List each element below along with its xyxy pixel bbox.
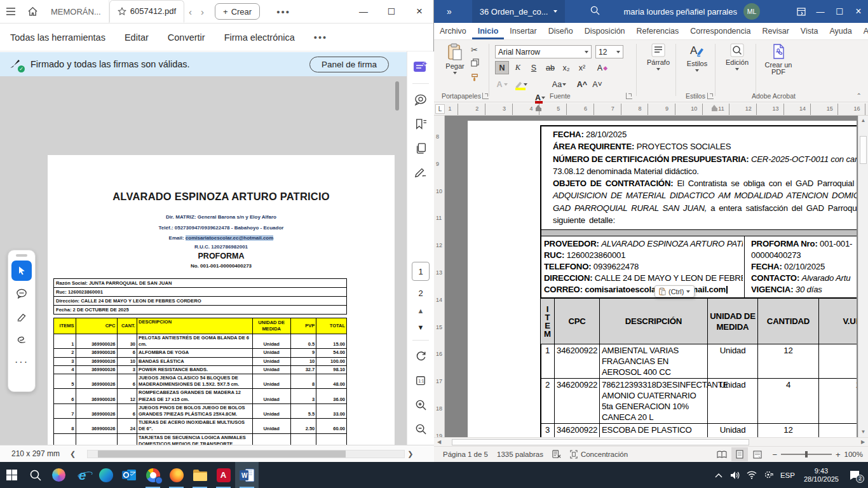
menu-convertir[interactable]: Convertir: [168, 32, 205, 43]
tab-memorandum[interactable]: MEMORÁN...: [43, 0, 109, 23]
hamburger-menu-icon[interactable]: [0, 2, 22, 21]
page-count[interactable]: Página 1 de 5: [443, 451, 488, 458]
menu-overflow-icon[interactable]: •••: [314, 32, 327, 43]
current-page-indicator[interactable]: 1: [412, 262, 430, 281]
drag-handle[interactable]: [16, 254, 27, 257]
menu-firma-electronica[interactable]: Firma electrónica: [224, 32, 295, 43]
create-pdf-button[interactable]: Crear un PDF: [762, 43, 795, 76]
copy-button[interactable]: [471, 58, 479, 69]
draw-tool-button[interactable]: [11, 329, 32, 349]
tab-insertar[interactable]: Insertar: [504, 23, 542, 39]
word-horizontal-scrollbar[interactable]: ◀ ▶: [434, 437, 868, 446]
more-tools-icon[interactable]: ···: [11, 352, 32, 372]
bold-button[interactable]: N: [495, 61, 509, 74]
zoom-out-button[interactable]: −: [772, 450, 777, 459]
tab-referencias[interactable]: Referencias: [631, 23, 685, 39]
chrome-button[interactable]: [141, 462, 165, 488]
zoom-in-icon[interactable]: [411, 395, 430, 414]
ribbon-display-options-icon[interactable]: [792, 0, 811, 23]
clipboard-dialog-launcher-icon[interactable]: [482, 93, 489, 99]
word-maximize-button[interactable]: ☐: [830, 0, 849, 23]
styles-group-button[interactable]: A Estilos: [682, 43, 712, 72]
meet-now-icon[interactable]: [760, 471, 776, 479]
user-name[interactable]: maria lourdes peñafiel parrales: [624, 7, 737, 17]
font-color-button[interactable]: A: [533, 91, 547, 104]
copilot-button[interactable]: [47, 462, 71, 488]
taskbar-search-button[interactable]: [24, 462, 47, 488]
quick-access-overflow-icon[interactable]: »: [447, 6, 452, 17]
paragraph-group-button[interactable]: Párrafo: [644, 43, 673, 71]
more-options-icon[interactable]: •••: [276, 6, 290, 17]
indent-marker[interactable]: [536, 105, 541, 113]
acrobat-maximize-button[interactable]: ☐: [377, 1, 405, 22]
grow-font-button[interactable]: A^: [575, 78, 589, 91]
zoom-out-icon[interactable]: [411, 419, 430, 438]
read-mode-button[interactable]: [714, 447, 730, 461]
clear-formatting-button[interactable]: A◆: [595, 61, 609, 74]
paste-options-button[interactable]: (Ctrl): [654, 285, 695, 297]
outlook-button[interactable]: [118, 462, 141, 488]
tab-next-icon[interactable]: ›: [196, 6, 208, 17]
select-tool-button[interactable]: [11, 261, 32, 281]
collapse-ribbon-icon[interactable]: ⌃: [857, 92, 862, 99]
scroll-right-icon[interactable]: ❯: [405, 450, 416, 458]
page-down-icon[interactable]: ▼: [417, 323, 424, 331]
volume-icon[interactable]: [727, 471, 743, 480]
highlight-color-button[interactable]: [514, 78, 528, 91]
pdf-vertical-scrollbar[interactable]: [395, 81, 399, 111]
search-icon[interactable]: [590, 6, 600, 17]
tab-archivo[interactable]: Archivo: [434, 23, 472, 39]
panel-firma-button[interactable]: Panel de firma: [309, 57, 389, 72]
horizontal-ruler[interactable]: L 12345678910111213141516: [434, 104, 868, 116]
document-title[interactable]: 36 Orden_de_co...: [472, 0, 565, 23]
scroll-right-icon[interactable]: ▶: [858, 439, 868, 445]
word-document-area[interactable]: 891011121314151617181920 FECHA: 28/10/20…: [434, 116, 868, 437]
word-count[interactable]: 1335 palabras: [497, 451, 543, 458]
avatar[interactable]: ML: [743, 3, 760, 20]
scroll-down-icon[interactable]: ▼: [858, 427, 868, 437]
internet-explorer-button[interactable]: e: [71, 462, 94, 488]
clock[interactable]: 9:4328/10/2025: [804, 467, 839, 484]
vertical-ruler[interactable]: 891011121314151617181920: [434, 116, 445, 437]
word-close-button[interactable]: ×: [849, 0, 868, 23]
pages-panel-icon[interactable]: [411, 139, 430, 158]
start-button[interactable]: [0, 462, 24, 488]
word-taskbar-button[interactable]: W: [235, 462, 259, 488]
pdf-viewport[interactable]: ALVARADO ESPINOZA ARTURO PATRICIO Dir. M…: [0, 76, 407, 445]
hidden-icons-chevron[interactable]: [710, 473, 727, 478]
tab-diseno[interactable]: Diseño: [543, 23, 579, 39]
tab-vista[interactable]: Vista: [795, 23, 824, 39]
word-minimize-button[interactable]: —: [811, 0, 830, 23]
pdf-horizontal-scrollbar[interactable]: [87, 450, 405, 458]
tab-selector[interactable]: L: [435, 104, 445, 114]
star-icon[interactable]: [118, 7, 126, 16]
font-dialog-launcher-icon[interactable]: [626, 93, 632, 99]
wifi-icon[interactable]: [743, 471, 760, 479]
change-case-button[interactable]: Aa: [552, 78, 566, 91]
focus-mode[interactable]: Concentración: [570, 450, 628, 459]
zoom-level[interactable]: 100%: [844, 451, 863, 458]
acrobat-close-button[interactable]: ×: [405, 1, 433, 22]
acrobat-taskbar-button[interactable]: A: [212, 462, 235, 488]
underline-button[interactable]: S: [527, 61, 541, 74]
ai-assistant-icon[interactable]: [411, 58, 430, 77]
font-name-select[interactable]: Arial Narrow: [495, 45, 592, 58]
tab-acrobat-partial[interactable]: A: [858, 23, 868, 39]
shrink-font-button[interactable]: A˅: [590, 78, 604, 91]
page-up-icon[interactable]: ▲: [417, 307, 424, 315]
zoom-in-button[interactable]: +: [836, 450, 841, 459]
editing-group-button[interactable]: Edición: [721, 43, 753, 71]
edge-button[interactable]: [94, 462, 118, 488]
print-layout-button[interactable]: [731, 447, 748, 461]
scrollbar-thumb[interactable]: [98, 451, 346, 458]
tab-active-pdf[interactable]: 6057412.pdf: [109, 0, 184, 23]
crear-button[interactable]: +Crear: [215, 3, 260, 20]
italic-button[interactable]: K: [511, 61, 525, 74]
bookmarks-panel-icon[interactable]: [411, 114, 430, 133]
first-line-indent-marker[interactable]: [712, 105, 717, 113]
cut-button[interactable]: ✂: [471, 45, 479, 55]
comment-tool-button[interactable]: [11, 283, 32, 304]
scroll-up-icon[interactable]: ▲: [858, 116, 868, 126]
scrollbar-thumb[interactable]: [860, 136, 867, 164]
text-effects-button[interactable]: A: [495, 78, 509, 91]
